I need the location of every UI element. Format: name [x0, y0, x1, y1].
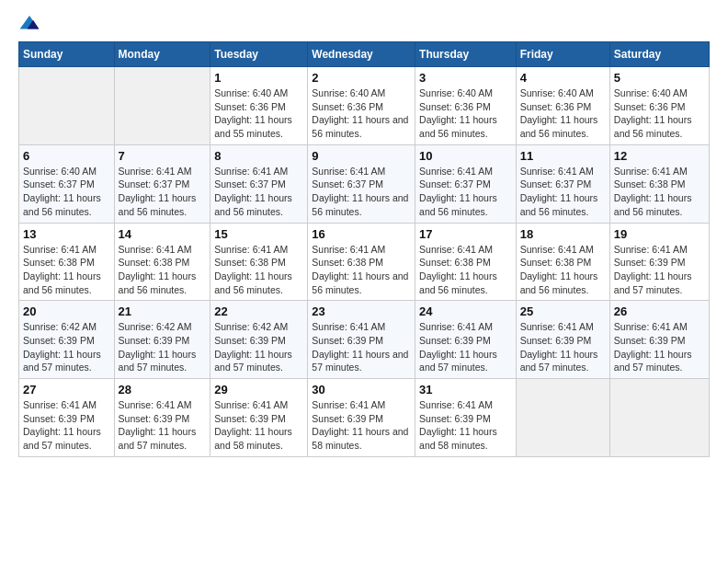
cell-info: Sunrise: 6:41 AMSunset: 6:39 PMDaylight:… [614, 243, 705, 297]
day-number: 27 [23, 383, 110, 396]
header-cell-friday: Friday [516, 42, 609, 67]
cell-info: Sunrise: 6:41 AMSunset: 6:38 PMDaylight:… [214, 243, 303, 297]
day-cell: 11Sunrise: 6:41 AMSunset: 6:37 PMDayligh… [516, 144, 609, 223]
day-number: 2 [312, 71, 411, 85]
day-cell: 13Sunrise: 6:41 AMSunset: 6:38 PMDayligh… [19, 223, 115, 301]
day-number: 26 [614, 304, 705, 318]
cell-info: Sunrise: 6:41 AMSunset: 6:37 PMDaylight:… [312, 165, 411, 219]
week-row-4: 20Sunrise: 6:42 AMSunset: 6:39 PMDayligh… [19, 301, 710, 379]
day-number: 4 [520, 71, 606, 85]
cell-info: Sunrise: 6:41 AMSunset: 6:39 PMDaylight:… [614, 320, 705, 374]
cell-info: Sunrise: 6:41 AMSunset: 6:39 PMDaylight:… [520, 320, 606, 374]
day-cell: 25Sunrise: 6:41 AMSunset: 6:39 PMDayligh… [516, 301, 609, 379]
cell-info: Sunrise: 6:41 AMSunset: 6:37 PMDaylight:… [520, 165, 606, 219]
header-cell-thursday: Thursday [415, 42, 517, 67]
header-cell-sunday: Sunday [19, 42, 115, 67]
day-cell: 8Sunrise: 6:41 AMSunset: 6:37 PMDaylight… [210, 144, 308, 223]
day-cell: 5Sunrise: 6:40 AMSunset: 6:36 PMDaylight… [609, 67, 709, 145]
cell-info: Sunrise: 6:40 AMSunset: 6:36 PMDaylight:… [614, 86, 705, 141]
cell-info: Sunrise: 6:41 AMSunset: 6:37 PMDaylight:… [119, 165, 207, 219]
week-row-5: 27Sunrise: 6:41 AMSunset: 6:39 PMDayligh… [19, 379, 710, 457]
day-cell: 21Sunrise: 6:42 AMSunset: 6:39 PMDayligh… [114, 301, 210, 379]
week-row-2: 6Sunrise: 6:40 AMSunset: 6:37 PMDaylight… [19, 144, 710, 223]
day-number: 30 [312, 383, 411, 396]
header-cell-wednesday: Wednesday [308, 42, 415, 67]
day-number: 18 [520, 227, 606, 241]
day-number: 6 [23, 149, 110, 163]
cell-info: Sunrise: 6:40 AMSunset: 6:36 PMDaylight:… [419, 86, 512, 141]
header-cell-saturday: Saturday [609, 42, 709, 67]
day-cell: 24Sunrise: 6:41 AMSunset: 6:39 PMDayligh… [415, 301, 517, 379]
day-number: 1 [214, 71, 303, 85]
cell-info: Sunrise: 6:40 AMSunset: 6:36 PMDaylight:… [214, 86, 303, 141]
day-cell: 4Sunrise: 6:40 AMSunset: 6:36 PMDaylight… [516, 67, 609, 145]
day-cell [19, 67, 115, 145]
day-number: 20 [23, 304, 110, 318]
day-cell: 27Sunrise: 6:41 AMSunset: 6:39 PMDayligh… [19, 379, 115, 457]
day-cell: 7Sunrise: 6:41 AMSunset: 6:37 PMDaylight… [114, 144, 210, 223]
cell-info: Sunrise: 6:41 AMSunset: 6:39 PMDaylight:… [23, 398, 110, 453]
day-cell: 30Sunrise: 6:41 AMSunset: 6:39 PMDayligh… [308, 379, 415, 457]
cell-info: Sunrise: 6:41 AMSunset: 6:39 PMDaylight:… [419, 320, 512, 374]
day-number: 31 [419, 383, 512, 396]
day-cell: 15Sunrise: 6:41 AMSunset: 6:38 PMDayligh… [210, 223, 308, 301]
day-cell [114, 67, 210, 145]
day-number: 28 [119, 383, 207, 396]
day-number: 12 [614, 149, 705, 163]
day-number: 8 [214, 149, 303, 163]
day-cell: 20Sunrise: 6:42 AMSunset: 6:39 PMDayligh… [19, 301, 115, 379]
header [18, 14, 710, 32]
cell-info: Sunrise: 6:42 AMSunset: 6:39 PMDaylight:… [23, 320, 110, 374]
cell-info: Sunrise: 6:41 AMSunset: 6:38 PMDaylight:… [419, 243, 512, 297]
cell-info: Sunrise: 6:41 AMSunset: 6:38 PMDaylight:… [520, 243, 606, 297]
day-cell: 3Sunrise: 6:40 AMSunset: 6:36 PMDaylight… [415, 67, 517, 145]
cell-info: Sunrise: 6:41 AMSunset: 6:37 PMDaylight:… [419, 165, 512, 219]
day-number: 13 [23, 227, 110, 241]
header-row: SundayMondayTuesdayWednesdayThursdayFrid… [19, 42, 710, 67]
day-number: 23 [312, 304, 411, 318]
day-cell: 17Sunrise: 6:41 AMSunset: 6:38 PMDayligh… [415, 223, 517, 301]
day-cell: 29Sunrise: 6:41 AMSunset: 6:39 PMDayligh… [210, 379, 308, 457]
cell-info: Sunrise: 6:41 AMSunset: 6:39 PMDaylight:… [312, 320, 411, 374]
day-number: 11 [520, 149, 606, 163]
day-number: 17 [419, 227, 512, 241]
cell-info: Sunrise: 6:40 AMSunset: 6:36 PMDaylight:… [520, 86, 606, 141]
day-cell [516, 379, 609, 457]
day-number: 16 [312, 227, 411, 241]
day-cell: 14Sunrise: 6:41 AMSunset: 6:38 PMDayligh… [114, 223, 210, 301]
logo-icon [18, 14, 40, 32]
day-cell: 10Sunrise: 6:41 AMSunset: 6:37 PMDayligh… [415, 144, 517, 223]
cell-info: Sunrise: 6:41 AMSunset: 6:38 PMDaylight:… [614, 165, 705, 219]
day-number: 9 [312, 149, 411, 163]
cell-info: Sunrise: 6:41 AMSunset: 6:38 PMDaylight:… [23, 243, 110, 297]
day-number: 15 [214, 227, 303, 241]
day-cell [609, 379, 709, 457]
day-cell: 31Sunrise: 6:41 AMSunset: 6:39 PMDayligh… [415, 379, 517, 457]
day-number: 21 [119, 304, 207, 318]
day-number: 19 [614, 227, 705, 241]
day-number: 3 [419, 71, 512, 85]
cell-info: Sunrise: 6:42 AMSunset: 6:39 PMDaylight:… [119, 320, 207, 374]
cell-info: Sunrise: 6:40 AMSunset: 6:37 PMDaylight:… [23, 165, 110, 219]
cell-info: Sunrise: 6:41 AMSunset: 6:39 PMDaylight:… [214, 398, 303, 453]
day-cell: 28Sunrise: 6:41 AMSunset: 6:39 PMDayligh… [114, 379, 210, 457]
day-number: 7 [119, 149, 207, 163]
header-cell-tuesday: Tuesday [210, 42, 308, 67]
header-cell-monday: Monday [114, 42, 210, 67]
day-cell: 23Sunrise: 6:41 AMSunset: 6:39 PMDayligh… [308, 301, 415, 379]
week-row-3: 13Sunrise: 6:41 AMSunset: 6:38 PMDayligh… [19, 223, 710, 301]
day-cell: 6Sunrise: 6:40 AMSunset: 6:37 PMDaylight… [19, 144, 115, 223]
cell-info: Sunrise: 6:41 AMSunset: 6:38 PMDaylight:… [312, 243, 411, 297]
cell-info: Sunrise: 6:41 AMSunset: 6:39 PMDaylight:… [312, 398, 411, 453]
day-number: 14 [119, 227, 207, 241]
cell-info: Sunrise: 6:41 AMSunset: 6:37 PMDaylight:… [214, 165, 303, 219]
day-number: 5 [614, 71, 705, 85]
day-number: 24 [419, 304, 512, 318]
day-number: 29 [214, 383, 303, 396]
cell-info: Sunrise: 6:42 AMSunset: 6:39 PMDaylight:… [214, 320, 303, 374]
day-cell: 9Sunrise: 6:41 AMSunset: 6:37 PMDaylight… [308, 144, 415, 223]
page: SundayMondayTuesdayWednesdayThursdayFrid… [0, 0, 728, 563]
day-cell: 22Sunrise: 6:42 AMSunset: 6:39 PMDayligh… [210, 301, 308, 379]
day-cell: 12Sunrise: 6:41 AMSunset: 6:38 PMDayligh… [609, 144, 709, 223]
day-cell: 1Sunrise: 6:40 AMSunset: 6:36 PMDaylight… [210, 67, 308, 145]
